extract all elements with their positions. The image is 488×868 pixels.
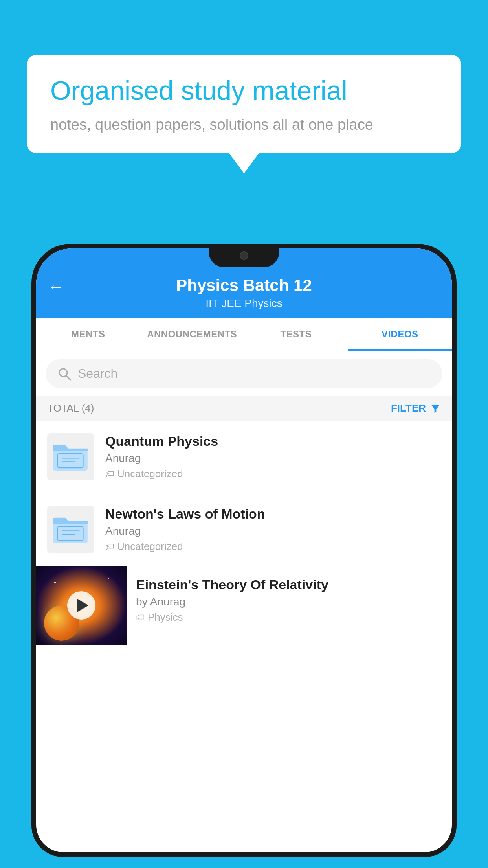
total-count: TOTAL (4) (47, 402, 94, 414)
speech-bubble-title: Organised study material (50, 75, 438, 107)
tag-icon-1: 🏷 (105, 469, 114, 479)
filter-label: FILTER (391, 402, 426, 414)
list-item[interactable]: Quantum Physics Anurag 🏷 Uncategorized (36, 421, 452, 493)
einstein-thumbnail (36, 566, 127, 645)
video-info-3: Einstein's Theory Of Relativity by Anura… (127, 566, 452, 634)
svg-marker-11 (431, 405, 440, 413)
tag-icon-3: 🏷 (136, 612, 145, 623)
tab-announcements[interactable]: ANNOUNCEMENTS (140, 318, 244, 351)
tab-ments[interactable]: MENTS (36, 318, 140, 351)
video-info-1: Quantum Physics Anurag 🏷 Uncategorized (105, 434, 441, 480)
folder-icon-1 (53, 439, 88, 474)
video-author-2: Anurag (105, 525, 441, 537)
video-tag-2: 🏷 Uncategorized (105, 541, 441, 553)
list-item[interactable]: Newton's Laws of Motion Anurag 🏷 Uncateg… (36, 493, 452, 566)
video-title-1: Quantum Physics (105, 434, 441, 449)
filter-button[interactable]: FILTER (391, 402, 441, 414)
play-triangle (77, 598, 88, 612)
svg-line-10 (66, 376, 70, 380)
video-title-3: Einstein's Theory Of Relativity (136, 577, 442, 592)
folder-icon-2 (53, 512, 88, 547)
list-item[interactable]: Einstein's Theory Of Relativity by Anura… (36, 566, 452, 645)
play-button[interactable] (67, 591, 95, 620)
tag-label-2: Uncategorized (117, 541, 183, 553)
video-author-1: Anurag (105, 452, 441, 465)
video-list: Quantum Physics Anurag 🏷 Uncategorized (36, 421, 452, 645)
folder-thumbnail-2 (47, 506, 94, 553)
play-overlay (36, 566, 127, 645)
video-tag-3: 🏷 Physics (136, 611, 442, 623)
search-container: Search (36, 351, 452, 396)
speech-bubble-container: Organised study material notes, question… (27, 55, 461, 153)
speech-bubble: Organised study material notes, question… (27, 55, 461, 153)
back-button[interactable]: ← (48, 278, 64, 296)
video-title-2: Newton's Laws of Motion (105, 506, 441, 522)
search-bar[interactable]: Search (46, 359, 442, 388)
video-info-2: Newton's Laws of Motion Anurag 🏷 Uncateg… (105, 506, 441, 553)
tab-tests[interactable]: TESTS (244, 318, 348, 351)
header-title: Physics Batch 12 (52, 276, 436, 295)
camera (240, 251, 248, 260)
folder-thumbnail-1 (47, 433, 94, 480)
video-author-3: by Anurag (136, 596, 442, 608)
tag-icon-2: 🏷 (105, 542, 114, 552)
speech-bubble-subtitle: notes, question papers, solutions all at… (50, 116, 438, 133)
phone-notch (209, 244, 279, 267)
filter-icon (430, 403, 441, 414)
phone-frame: 14:29 (31, 244, 457, 868)
video-tag-1: 🏷 Uncategorized (105, 468, 441, 480)
tag-label-3: Physics (148, 611, 183, 623)
phone-screen: ← Physics Batch 12 IIT JEE Physics MENTS… (36, 248, 452, 852)
tabs-container: MENTS ANNOUNCEMENTS TESTS VIDEOS (36, 318, 452, 351)
tab-videos[interactable]: VIDEOS (348, 318, 452, 351)
header-subtitle: IIT JEE Physics (52, 297, 436, 310)
tag-label-1: Uncategorized (117, 468, 183, 480)
search-input[interactable]: Search (78, 366, 117, 381)
phone-outer: 14:29 (31, 244, 457, 857)
search-icon (57, 367, 72, 381)
filter-bar: TOTAL (4) FILTER (36, 396, 452, 421)
